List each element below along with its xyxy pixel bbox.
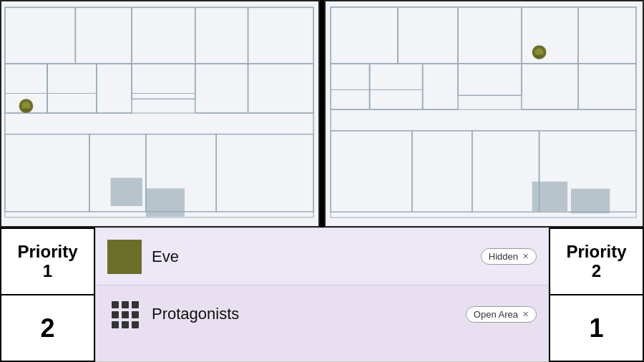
eve-tag-label: Hidden bbox=[489, 251, 518, 262]
priority-left-top: Priority1 bbox=[17, 243, 77, 280]
svg-point-51 bbox=[536, 54, 543, 57]
dot-8 bbox=[122, 321, 129, 328]
dot-6 bbox=[132, 311, 139, 318]
priority-right-bottom: 1 bbox=[589, 313, 603, 343]
entity-panel: Eve Hidden ✕ Pro bbox=[95, 228, 549, 362]
eve-tag-close[interactable]: ✕ bbox=[522, 252, 529, 261]
bottom-area: Priority1 2 Eve Hidden ✕ bbox=[0, 228, 644, 362]
app-layout: Priority1 2 Eve Hidden ✕ bbox=[0, 0, 644, 362]
dot-1 bbox=[112, 301, 119, 308]
map-left bbox=[0, 0, 320, 228]
protagonists-tag-label: Open Area bbox=[474, 309, 518, 320]
map-right-svg bbox=[326, 1, 643, 226]
eve-name: Eve bbox=[152, 248, 471, 266]
map-right bbox=[324, 0, 644, 228]
dot-5 bbox=[122, 311, 129, 318]
priority-right-box: Priority2 1 bbox=[549, 228, 644, 362]
svg-rect-13 bbox=[111, 178, 142, 206]
dot-7 bbox=[112, 321, 119, 328]
priority-right-top: Priority2 bbox=[566, 243, 626, 280]
svg-point-25 bbox=[23, 108, 30, 111]
protagonists-tag[interactable]: Open Area ✕ bbox=[466, 306, 537, 323]
svg-rect-14 bbox=[146, 188, 185, 216]
maps-row bbox=[0, 0, 644, 228]
entity-row-protagonists: Protagonists Open Area ✕ bbox=[96, 285, 548, 343]
eve-icon bbox=[107, 240, 142, 274]
protagonists-icon bbox=[107, 297, 142, 331]
dot-4 bbox=[112, 311, 119, 318]
protagonists-name: Protagonists bbox=[152, 305, 456, 323]
dot-9 bbox=[132, 321, 139, 328]
entity-row-eve: Eve Hidden ✕ bbox=[96, 228, 548, 285]
priority-left-box: Priority1 2 bbox=[0, 228, 95, 362]
svg-rect-40 bbox=[571, 189, 610, 214]
protagonists-tag-close[interactable]: ✕ bbox=[522, 310, 529, 319]
svg-rect-39 bbox=[532, 182, 567, 211]
dot-2 bbox=[122, 301, 129, 308]
priority-left-bottom: 2 bbox=[40, 313, 54, 343]
dot-3 bbox=[132, 301, 139, 308]
eve-tag[interactable]: Hidden ✕ bbox=[481, 248, 537, 265]
map-left-svg bbox=[1, 1, 318, 226]
